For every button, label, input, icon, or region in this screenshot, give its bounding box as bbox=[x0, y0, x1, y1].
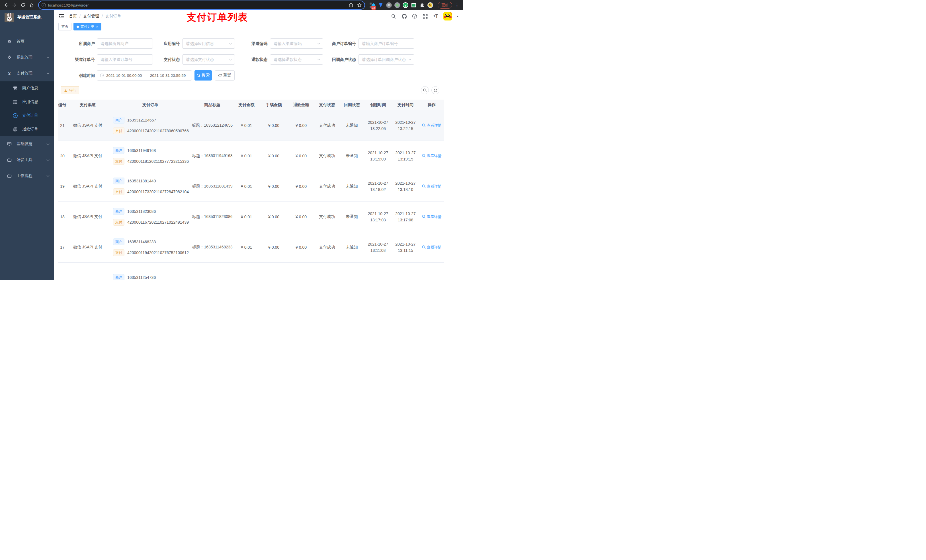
sidebar-item-label: 支付订单 bbox=[22, 113, 38, 118]
search-button[interactable]: 搜索 bbox=[195, 70, 212, 80]
create-time-range-picker[interactable]: 2021-10-01 00:00:00 - 2021-10-31 23:59:5… bbox=[97, 70, 192, 80]
cell-notify-status: 未通知 bbox=[339, 153, 364, 158]
cell-notify-status: 未通知 bbox=[339, 184, 364, 189]
merchant-order-no-field[interactable] bbox=[358, 38, 414, 49]
cell-amount: ¥ 0.01 bbox=[233, 123, 260, 128]
back-icon[interactable] bbox=[2, 2, 10, 9]
view-details-link[interactable]: 查看详情 bbox=[422, 214, 442, 219]
sidebar-item-label: 系统管理 bbox=[17, 55, 32, 60]
extension-y-icon[interactable]: y bbox=[402, 2, 409, 8]
sidebar-item-dev-tools[interactable]: 研发工具 bbox=[0, 152, 54, 168]
briefcase-icon bbox=[7, 158, 12, 162]
sidebar-item-pay-order[interactable]: ¥ 支付订单 bbox=[0, 109, 54, 122]
column-header-actions: 操作 bbox=[419, 103, 444, 107]
merchant-tag: 商户 bbox=[113, 208, 124, 215]
share-icon[interactable] bbox=[349, 3, 353, 8]
tab-home[interactable]: 首页 bbox=[58, 23, 71, 30]
github-icon[interactable] bbox=[401, 14, 407, 19]
sidebar-item-merchant-info[interactable]: 商户信息 bbox=[0, 82, 54, 95]
view-details-link[interactable]: 查看详情 bbox=[422, 245, 442, 250]
sidebar-item-payment[interactable]: ¥ 支付管理 bbox=[0, 65, 54, 82]
extension-kite-icon[interactable] bbox=[378, 2, 384, 8]
extension-workflow-icon[interactable]: 10 bbox=[369, 2, 375, 8]
sidebar-item-infrastructure[interactable]: 基础设施 bbox=[0, 136, 54, 152]
url-text[interactable]: localhost:1024/pay/order bbox=[48, 3, 346, 8]
monitor-icon bbox=[7, 142, 12, 146]
active-dot-icon bbox=[77, 26, 79, 28]
cell-amount: ¥ 0.01 bbox=[233, 245, 260, 249]
cell-notify-status: 未通知 bbox=[339, 214, 364, 219]
logo-avatar bbox=[5, 13, 14, 22]
tab-pay-order[interactable]: 支付订单 × bbox=[73, 23, 101, 30]
sidebar-item-label: 工作流程 bbox=[17, 173, 32, 178]
notify-status-select[interactable] bbox=[358, 54, 414, 65]
sidebar-item-home[interactable]: 首页 bbox=[0, 33, 54, 50]
cell-pay-order: 商户 1635311254736 bbox=[109, 263, 192, 280]
user-avatar[interactable] bbox=[443, 12, 452, 21]
bookmark-star-icon[interactable] bbox=[357, 3, 362, 8]
cell-refund: ¥ 0.00 bbox=[287, 123, 315, 128]
column-header-create-time: 创建时间 bbox=[364, 103, 392, 107]
font-size-icon[interactable]: TT bbox=[433, 14, 439, 19]
forward-icon[interactable] bbox=[11, 2, 18, 9]
sidebar-item-label: 退款订单 bbox=[22, 127, 38, 132]
cell-channel: 微信 JSAPI 支付 bbox=[67, 245, 109, 250]
extension-puzzle-icon[interactable] bbox=[419, 2, 425, 8]
update-button[interactable]: 更新 bbox=[438, 2, 452, 9]
chevron-down-icon bbox=[47, 143, 50, 145]
collapse-sidebar-icon[interactable] bbox=[59, 14, 64, 19]
orders-table: 编号 支付渠道 支付订单 商品标题 支付金额 手续金额 退款金额 支付状态 回调… bbox=[58, 100, 444, 280]
date-start: 2021-10-01 00:00:00 bbox=[106, 73, 142, 78]
sidebar-item-label: 商户信息 bbox=[22, 86, 38, 91]
field-label-pay-status: 支付状态 bbox=[138, 54, 180, 65]
reset-button[interactable]: 重置 bbox=[215, 70, 235, 80]
browser-menu-icon[interactable]: ⋮ bbox=[453, 2, 461, 9]
url-bar[interactable]: i localhost:1024/pay/order bbox=[39, 1, 365, 9]
date-separator: - bbox=[144, 73, 148, 78]
breadcrumb-separator: / bbox=[101, 14, 103, 18]
toggle-search-button[interactable] bbox=[421, 86, 429, 94]
sidebar-item-system[interactable]: 系统管理 bbox=[0, 50, 54, 65]
view-details-link[interactable]: 查看详情 bbox=[422, 184, 442, 189]
refresh-button[interactable] bbox=[431, 86, 439, 94]
view-details-link[interactable]: 查看详情 bbox=[422, 153, 442, 158]
date-end: 2021-10-31 23:59:59 bbox=[150, 73, 186, 78]
pay-order-no: 4200001181202110277723215336 bbox=[127, 159, 189, 164]
merchant-order-no-input[interactable] bbox=[358, 38, 414, 49]
merchant-order-no: 1635311468233 bbox=[127, 240, 156, 244]
close-icon[interactable]: × bbox=[96, 25, 98, 29]
breadcrumb-home[interactable]: 首页 bbox=[69, 14, 77, 19]
notify-status-input[interactable] bbox=[358, 54, 414, 65]
help-icon[interactable] bbox=[412, 14, 418, 19]
caret-down-icon[interactable]: ▾ bbox=[457, 15, 458, 18]
grid-icon bbox=[12, 100, 18, 104]
extension-chat-icon[interactable] bbox=[411, 2, 416, 8]
sidebar-item-workflow[interactable]: 工作流程 bbox=[0, 168, 54, 184]
extension-emoji-icon[interactable] bbox=[427, 2, 433, 8]
pay-order-no: 4200001173202110272847982104 bbox=[127, 190, 189, 194]
cell-create-time: 2021-10-27 13:22:05 bbox=[364, 119, 392, 132]
home-icon[interactable] bbox=[28, 2, 35, 9]
extension-record-icon[interactable] bbox=[394, 2, 400, 8]
column-header-pay-order: 支付订单 bbox=[109, 103, 192, 107]
pay-order-no: 4200001167202110271022491439 bbox=[127, 220, 189, 225]
svg-text:¥: ¥ bbox=[14, 114, 16, 117]
page-title-annotation: 支付订单列表 bbox=[186, 11, 248, 24]
reload-icon[interactable] bbox=[20, 2, 27, 9]
yen-circle-icon: ¥ bbox=[12, 113, 18, 118]
fullscreen-icon[interactable] bbox=[422, 14, 428, 19]
app-title: 芋道管理系统 bbox=[17, 15, 41, 20]
view-details-link[interactable]: 查看详情 bbox=[422, 123, 442, 128]
extensions-area: 10 ⌘ y bbox=[368, 2, 435, 8]
app-logo[interactable]: 芋道管理系统 bbox=[0, 10, 54, 24]
chevron-down-icon bbox=[409, 59, 412, 60]
sidebar-item-app-info[interactable]: 应用信息 bbox=[0, 95, 54, 109]
cell-pay-status: 支付成功 bbox=[315, 153, 339, 158]
sidebar-item-refund-order[interactable]: 退款订单 bbox=[0, 122, 54, 136]
site-info-icon[interactable]: i bbox=[42, 3, 46, 8]
search-icon[interactable] bbox=[391, 14, 396, 19]
extension-command-icon[interactable]: ⌘ bbox=[386, 2, 392, 8]
export-button[interactable]: 导出 bbox=[61, 86, 79, 94]
breadcrumb-pay-management[interactable]: 支付管理 bbox=[83, 14, 99, 19]
column-header-refund: 退款金额 bbox=[287, 103, 315, 107]
